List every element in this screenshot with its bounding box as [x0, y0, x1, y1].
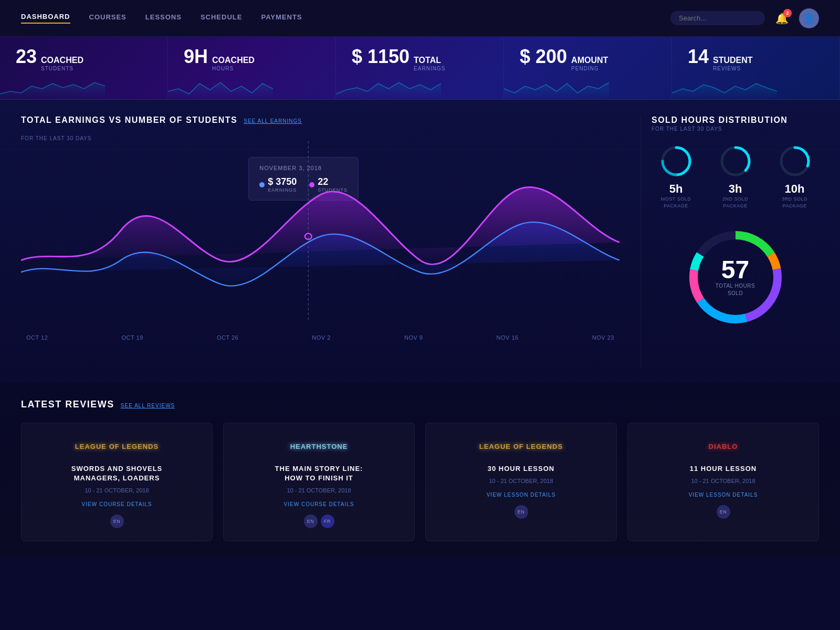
review-title-1: SWORDS AND SHOVELSMANAGERS, LOADERS — [32, 464, 202, 483]
notification-badge: 2 — [783, 9, 792, 17]
earnings-chart-section: TOTAL EARNINGS vs NUMBER OF STUDENTS SEE… — [21, 116, 640, 368]
stat-sub-hours: HOURS — [212, 65, 255, 72]
earnings-chart-container: NOVEMBER 3, 2018 $ 3750 EARNINGS 22 S — [21, 141, 620, 341]
donut-total: 57 — [716, 257, 755, 282]
svg-marker-1 — [168, 82, 273, 99]
stat-amount-pending: $ 200 AMOUNT PENDING — [504, 37, 672, 99]
x-label-nov16: NOV 16 — [497, 334, 519, 341]
user-avatar[interactable]: 👤 — [799, 8, 819, 28]
review-card-3: League of Legends 30 HOUR LESSON 10 - 21… — [425, 423, 617, 541]
hs-logo-2: Hearthstone — [290, 443, 348, 450]
review-date-3: 10 - 21 OCTOBER, 2018 — [436, 478, 606, 484]
review-title-4: 11 HOUR LESSON — [638, 464, 808, 474]
nav-item-courses[interactable]: COURSES — [89, 13, 127, 23]
navbar: DASHBOARD COURSES LESSONS SCHEDULE PAYME… — [0, 0, 840, 37]
lang-badges-2: EN FR — [234, 514, 404, 528]
notification-bell[interactable]: 🔔 2 — [775, 12, 789, 25]
nav-item-dashboard[interactable]: DASHBOARD — [21, 13, 70, 24]
stat-main-pending: AMOUNT — [571, 56, 608, 65]
package-label-3: 3RD SOLDPACKAGE — [778, 196, 812, 209]
package-item-1: 5h MOST SOLDPACKAGE — [659, 144, 693, 209]
nav-item-lessons[interactable]: LESSONS — [145, 13, 182, 23]
review-title-3: 30 HOUR LESSON — [436, 464, 606, 474]
review-date-1: 10 - 21 OCTOBER, 2018 — [32, 487, 202, 494]
x-label-oct26: OCT 26 — [217, 334, 238, 341]
view-details-link-3[interactable]: VIEW LESSON DETAILS — [487, 492, 556, 498]
lang-badges-4: EN — [638, 505, 808, 519]
lang-badges-1: EN — [32, 514, 202, 528]
view-details-link-2[interactable]: VIEW COURSE DETAILS — [284, 501, 354, 507]
review-card-4: Diablo 11 HOUR LESSON 10 - 21 OCTOBER, 2… — [627, 423, 819, 541]
packages-row: 5h MOST SOLDPACKAGE 3h 2ND SOLDPACKAGE — [652, 144, 819, 209]
review-game-logo-4: Diablo — [638, 436, 808, 457]
lang-badge-en-2: EN — [304, 514, 318, 528]
search-input[interactable] — [670, 11, 765, 25]
stat-total-earnings: $ 1150 TOTAL EARNINGS — [336, 37, 504, 99]
stat-number-reviews: 14 — [688, 47, 709, 66]
package-hours-1: 5h — [659, 182, 693, 196]
chart-header: TOTAL EARNINGS vs NUMBER OF STUDENTS SEE… — [21, 116, 620, 125]
stat-main-hours: COACHED — [212, 56, 255, 65]
chart-x-labels: OCT 12 OCT 19 OCT 26 NOV 2 NOV 9 NOV 16 … — [21, 334, 620, 341]
stat-sub-reviews: REVIEWS — [713, 65, 753, 72]
stat-student-reviews: 14 STUDENT REVIEWS — [672, 37, 840, 99]
package-hours-3: 10h — [778, 182, 812, 196]
package-item-3: 10h 3RD SOLDPACKAGE — [778, 144, 812, 209]
review-game-logo-1: League of Legends — [32, 436, 202, 457]
x-label-nov23: NOV 23 — [592, 334, 614, 341]
review-game-logo-3: League of Legends — [436, 436, 606, 457]
view-details-link-1[interactable]: VIEW COURSE DETAILS — [82, 501, 152, 507]
view-details-link-4[interactable]: VIEW LESSON DETAILS — [689, 492, 758, 498]
package-hours-2: 3h — [719, 182, 752, 196]
svg-marker-3 — [504, 82, 609, 99]
donut-container: 57 TOTAL HOURSSOLD — [683, 225, 788, 330]
lang-badges-3: EN — [436, 505, 606, 519]
donut-center: 57 TOTAL HOURSSOLD — [716, 257, 755, 297]
diablo-logo-4: Diablo — [709, 443, 738, 450]
stat-main-earnings: TOTAL — [414, 56, 445, 65]
x-label-nov9: NOV 9 — [404, 334, 423, 341]
package-label-1: MOST SOLDPACKAGE — [659, 196, 693, 209]
package-item-2: 3h 2ND SOLDPACKAGE — [719, 144, 752, 209]
reviews-section: LATEST REVIEWS SEE ALL REVIEWS League of… — [0, 383, 840, 557]
nav-right: 🔔 2 👤 — [670, 8, 819, 28]
earnings-chart-title: TOTAL EARNINGS vs NUMBER OF STUDENTS — [21, 116, 237, 125]
stat-number-hours: 9H — [184, 47, 208, 66]
stat-main-students: COACHED — [41, 56, 83, 65]
lol-logo-3: League of Legends — [479, 443, 563, 450]
stat-sub-pending: PENDING — [571, 65, 608, 72]
reviews-grid: League of Legends SWORDS AND SHOVELSMANA… — [21, 423, 819, 541]
package-circle-1 — [659, 144, 693, 178]
lang-badge-fr-2: FR — [321, 514, 334, 528]
see-all-reviews-link[interactable]: SEE ALL REVIEWS — [121, 403, 175, 408]
package-circle-3 — [778, 144, 812, 178]
stat-main-reviews: STUDENT — [713, 56, 753, 65]
reviews-title: LATEST REVIEWS — [21, 399, 114, 410]
review-game-logo-2: Hearthstone — [234, 436, 404, 457]
review-date-2: 10 - 21 OCTOBER, 2018 — [234, 487, 404, 494]
stat-number-earnings: $ 1150 — [352, 47, 410, 66]
stat-sub-earnings: EARNINGS — [414, 65, 445, 72]
earnings-svg-chart — [21, 141, 620, 320]
stat-number-pending: $ 200 — [520, 47, 567, 66]
svg-marker-0 — [0, 82, 105, 99]
see-all-earnings-link[interactable]: SEE ALL EARNINGS — [244, 118, 302, 124]
package-circle-2 — [719, 144, 752, 178]
nav-item-schedule[interactable]: SCHEDULE — [201, 13, 243, 23]
stat-number-students: 23 — [16, 47, 37, 66]
sold-hours-section: SOLD HOURS DISTRIBUTION FOR THE LAST 30 … — [640, 116, 819, 368]
donut-label: TOTAL HOURSSOLD — [716, 282, 755, 297]
review-card-1: League of Legends SWORDS AND SHOVELSMANA… — [21, 423, 213, 541]
stat-coached-students: 23 COACHED STUDENTS — [0, 37, 168, 99]
review-card-2: Hearthstone THE MAIN STORY LINE:HOW TO F… — [223, 423, 415, 541]
lang-badge-en-3: EN — [514, 505, 528, 519]
sold-hours-subtitle: FOR THE LAST 30 DAYS — [652, 126, 819, 132]
x-label-oct12: OCT 12 — [26, 334, 48, 341]
earnings-chart-subtitle: FOR THE LAST 30 DAYS — [21, 135, 620, 141]
review-date-4: 10 - 21 OCTOBER, 2018 — [638, 478, 808, 484]
sold-hours-title: SOLD HOURS DISTRIBUTION — [652, 116, 819, 125]
stat-sub-students: STUDENTS — [41, 65, 83, 72]
main-content: TOTAL EARNINGS vs NUMBER OF STUDENTS SEE… — [0, 100, 840, 383]
svg-marker-2 — [336, 82, 441, 99]
nav-item-payments[interactable]: PAYMENTS — [261, 13, 302, 23]
